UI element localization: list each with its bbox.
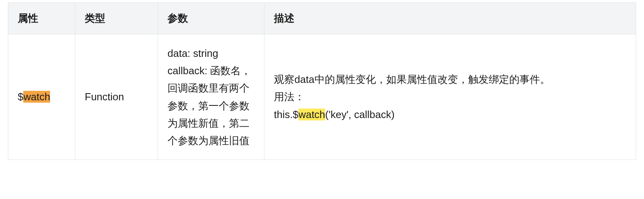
api-table: 属性 类型 参数 描述 $watch Function data: string…	[8, 2, 636, 160]
cell-description: 观察data中的属性变化，如果属性值改变，触发绑定的事件。 用法： this.$…	[264, 34, 636, 160]
cell-attribute: $watch	[8, 34, 75, 160]
desc-line-3: this.$watch('key', callback)	[274, 106, 626, 123]
attr-prefix: $	[18, 91, 23, 103]
cell-type: Function	[75, 34, 158, 160]
desc-highlight: watch	[298, 109, 325, 120]
cell-param: data: string callback: 函数名，回调函数里有两个参数，第一…	[158, 34, 264, 160]
desc-line-2: 用法：	[274, 88, 626, 105]
header-attribute: 属性	[8, 3, 75, 34]
table-row: $watch Function data: string callback: 函…	[8, 34, 636, 160]
header-description: 描述	[264, 3, 636, 34]
header-param: 参数	[158, 3, 264, 34]
desc-line-1: 观察data中的属性变化，如果属性值改变，触发绑定的事件。	[274, 71, 626, 88]
desc-suffix: ('key', callback)	[325, 109, 395, 120]
desc-prefix: this.$	[274, 109, 298, 120]
header-type: 类型	[75, 3, 158, 34]
attr-highlight: watch	[23, 91, 50, 103]
table-header-row: 属性 类型 参数 描述	[8, 3, 636, 34]
